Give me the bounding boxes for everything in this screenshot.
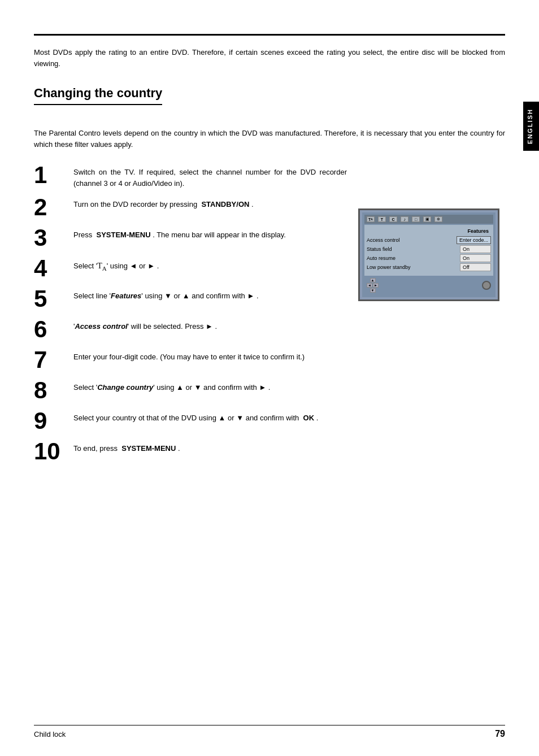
- footer-page-number: 79: [495, 729, 505, 739]
- tv-menu-value-access: Enter code...: [457, 236, 491, 244]
- step-6-row: 6 'Access control' will be selected. Pre…: [34, 318, 347, 341]
- tv-menu-label-status: Status field: [367, 246, 460, 252]
- tv-menu-value-auto: On: [460, 254, 491, 262]
- step-4-row: 4 Select 'TA' using ◄ or ► .: [34, 257, 347, 280]
- footer-left-text: Child lock: [34, 730, 66, 738]
- step-2-row: 2 Turn on the DVD recorder by pressing S…: [34, 195, 347, 219]
- tv-icon-c: C: [389, 216, 397, 222]
- step-5-text: Select line 'Features' using ▼ or ▲ and …: [73, 287, 347, 302]
- tv-menu-features-header: Features: [367, 228, 491, 234]
- step-9-text: Select your country ot that of the DVD u…: [73, 409, 347, 424]
- step-7-number: 7: [34, 348, 73, 372]
- step-7-row: 7 Enter your four-digit code. (You may h…: [34, 348, 347, 372]
- step-4-number: 4: [34, 257, 73, 280]
- tv-arrow-right: ►: [373, 283, 379, 288]
- step-9-row: 9 Select your country ot that of the DVD…: [34, 409, 347, 433]
- intro-paragraph: Most DVDs apply the rating to an entire …: [34, 47, 505, 69]
- step-1-number: 1: [34, 163, 73, 187]
- step-2-number: 2: [34, 195, 73, 219]
- page-container: ENGLISH Most DVDs apply the rating to an…: [0, 0, 539, 756]
- tv-menu-row-access: Access control Enter code...: [367, 236, 491, 244]
- page-footer: Child lock 79: [34, 725, 505, 739]
- step-8-text: Select 'Change country' using ▲ or ▼ and…: [73, 379, 347, 393]
- steps-with-image-layout: 1 Switch on the TV. If required, select …: [34, 163, 505, 470]
- tv-menu-row-auto: Auto resume On: [367, 254, 491, 262]
- tv-arrow-down: ▼: [370, 288, 376, 293]
- tv-arrow-up: ▲: [370, 278, 376, 283]
- heading-wrapper: Changing the country: [34, 86, 505, 116]
- step-4-text: Select 'TA' using ◄ or ► .: [73, 257, 347, 273]
- step-7-text: Enter your four-digit code. (You may hav…: [73, 348, 347, 363]
- step-2-text: Turn on the DVD recorder by pressing STA…: [73, 195, 347, 210]
- tv-nav-arrows: ▲ ◄ ► ▼: [367, 278, 379, 293]
- tv-nav-area: ▲ ◄ ► ▼: [364, 278, 493, 293]
- section-intro: The Parental Contro levels depend on the…: [34, 128, 505, 150]
- tv-menu-content: Features Access control Enter code... St…: [364, 225, 493, 276]
- steps-column: 1 Switch on the TV. If required, select …: [34, 163, 347, 470]
- tv-icon-box: □: [412, 216, 420, 222]
- tv-icon-cam: ▣: [423, 216, 431, 222]
- tv-menu-label-lowpower: Low power standby: [367, 264, 460, 270]
- tv-icon-note: ♪: [401, 216, 408, 222]
- step-8-row: 8 Select 'Change country' using ▲ or ▼ a…: [34, 379, 347, 402]
- tv-menu-label-auto: Auto resume: [367, 255, 460, 261]
- step-8-number: 8: [34, 379, 73, 402]
- tv-icon-ta: TA: [367, 216, 375, 222]
- step-3-row: 3 Press SYSTEM-MENU . The menu bar will …: [34, 226, 347, 250]
- step-5-number: 5: [34, 287, 73, 311]
- step-5-row: 5 Select line 'Features' using ▼ or ▲ an…: [34, 287, 347, 311]
- step-6-text: 'Access control' will be selected. Press…: [73, 318, 347, 332]
- tv-arrows-lr: ◄ ►: [367, 283, 379, 288]
- step-6-number: 6: [34, 318, 73, 341]
- tv-menu-label-access: Access control: [367, 237, 457, 243]
- step-10-row: 10 To end, press SYSTEM-MENU .: [34, 440, 347, 463]
- tv-menu-value-lowpower: Off: [460, 263, 491, 271]
- tv-icon-t: T: [378, 216, 386, 222]
- language-tab: ENGLISH: [523, 102, 539, 151]
- step-1-text: Switch on the TV. If required, select th…: [73, 163, 347, 189]
- tv-screen-inner: TA T C ♪ □ ▣ ⊕ Features Acc: [362, 212, 495, 297]
- step-3-number: 3: [34, 226, 73, 250]
- tv-menu-row-lowpower: Low power standby Off: [367, 263, 491, 271]
- step-1-row: 1 Switch on the TV. If required, select …: [34, 163, 347, 189]
- image-column: TA T C ♪ □ ▣ ⊕ Features Acc: [358, 163, 505, 470]
- tv-arrow-left: ◄: [367, 283, 372, 288]
- tv-menu-row-status: Status field On: [367, 245, 491, 253]
- step-10-text: To end, press SYSTEM-MENU .: [73, 440, 347, 454]
- tv-rec-icon: [482, 281, 491, 290]
- step-10-number: 10: [34, 440, 73, 463]
- tv-menu-value-status: On: [460, 245, 491, 253]
- tv-screen: TA T C ♪ □ ▣ ⊕ Features Acc: [358, 208, 499, 301]
- step-3-text: Press SYSTEM-MENU . The menu bar will ap…: [73, 226, 347, 241]
- tv-icon-search: ⊕: [434, 216, 442, 222]
- top-rule: [34, 34, 505, 36]
- step-9-number: 9: [34, 409, 73, 433]
- section-heading: Changing the country: [34, 86, 162, 105]
- tv-top-bar: TA T C ♪ □ ▣ ⊕: [364, 215, 493, 224]
